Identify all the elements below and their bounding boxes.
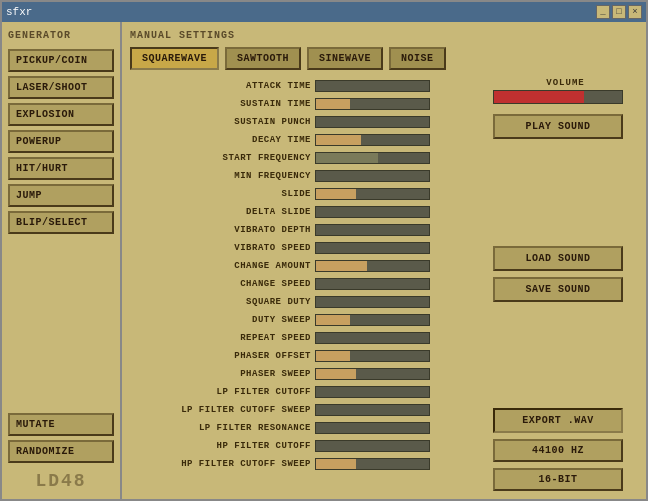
wave-buttons: SQUAREWAVE SAWTOOTH SINEWAVE NOISE	[130, 47, 638, 70]
load-sound-button[interactable]: LOAD SOUND	[493, 246, 623, 271]
explosion-button[interactable]: EXPLOSION	[8, 103, 114, 126]
volume-fill	[494, 91, 584, 103]
slider-fill	[316, 99, 350, 109]
slider-track[interactable]	[315, 458, 430, 470]
slider-row: CHANGE AMOUNT	[130, 258, 485, 274]
slider-label: PHASER SWEEP	[130, 369, 315, 379]
title-bar: sfxr _ □ ×	[2, 2, 646, 22]
play-sound-button[interactable]: PLAY SOUND	[493, 114, 623, 139]
window-title: sfxr	[6, 6, 32, 18]
slider-label: CHANGE SPEED	[130, 279, 315, 289]
slider-label: LP FILTER CUTOFF SWEEP	[130, 405, 315, 415]
slider-row: MIN FREQUENCY	[130, 168, 485, 184]
slider-row: SUSTAIN PUNCH	[130, 114, 485, 130]
volume-bar[interactable]	[493, 90, 623, 104]
slider-label: HP FILTER CUTOFF SWEEP	[130, 459, 315, 469]
slider-track[interactable]	[315, 332, 430, 344]
slider-fill	[316, 153, 378, 163]
slider-label: PHASER OFFSET	[130, 351, 315, 361]
slider-track[interactable]	[315, 242, 430, 254]
jump-button[interactable]: JUMP	[8, 184, 114, 207]
randomize-button[interactable]: RANDOMIZE	[8, 440, 114, 463]
slider-track[interactable]	[315, 350, 430, 362]
powerup-button[interactable]: POWERUP	[8, 130, 114, 153]
slider-track[interactable]	[315, 116, 430, 128]
maximize-button[interactable]: □	[612, 5, 626, 19]
slider-label: VIBRATO SPEED	[130, 243, 315, 253]
slider-row: HP FILTER CUTOFF	[130, 438, 485, 454]
noise-button[interactable]: NOISE	[389, 47, 446, 70]
export-wav-button[interactable]: EXPORT .WAV	[493, 408, 623, 433]
mutate-section: MUTATE RANDOMIZE LD48	[8, 413, 114, 491]
spacer	[493, 145, 638, 240]
slider-row: DECAY TIME	[130, 132, 485, 148]
slider-row: HP FILTER CUTOFF SWEEP	[130, 456, 485, 472]
slider-row: DELTA SLIDE	[130, 204, 485, 220]
slider-label: SLIDE	[130, 189, 315, 199]
slider-row: LP FILTER CUTOFF SWEEP	[130, 402, 485, 418]
save-sound-button[interactable]: SAVE SOUND	[493, 277, 623, 302]
blip-select-button[interactable]: BLIP/SELECT	[8, 211, 114, 234]
slider-track[interactable]	[315, 404, 430, 416]
slider-track[interactable]	[315, 188, 430, 200]
slider-track[interactable]	[315, 440, 430, 452]
generator-label: GENERATOR	[8, 30, 114, 41]
bit-depth-button[interactable]: 16-BIT	[493, 468, 623, 491]
content-area: ATTACK TIMESUSTAIN TIMESUSTAIN PUNCHDECA…	[130, 78, 638, 491]
hit-hurt-button[interactable]: HIT/HURT	[8, 157, 114, 180]
sliders-panel: ATTACK TIMESUSTAIN TIMESUSTAIN PUNCHDECA…	[130, 78, 485, 491]
slider-row: LP FILTER RESONANCE	[130, 420, 485, 436]
close-button[interactable]: ×	[628, 5, 642, 19]
main-window: sfxr _ □ × GENERATOR PICKUP/COIN LASER/S…	[0, 0, 648, 501]
slider-track[interactable]	[315, 98, 430, 110]
slider-row: REPEAT SPEED	[130, 330, 485, 346]
slider-fill	[316, 369, 356, 379]
left-panel: GENERATOR PICKUP/COIN LASER/SHOOT EXPLOS…	[2, 22, 122, 499]
title-bar-controls: _ □ ×	[596, 5, 642, 19]
slider-track[interactable]	[315, 80, 430, 92]
slider-fill	[316, 459, 356, 469]
slider-track[interactable]	[315, 296, 430, 308]
slider-label: LP FILTER RESONANCE	[130, 423, 315, 433]
slider-track[interactable]	[315, 386, 430, 398]
slider-track[interactable]	[315, 368, 430, 380]
slider-row: VIBRATO DEPTH	[130, 222, 485, 238]
slider-track[interactable]	[315, 422, 430, 434]
slider-track[interactable]	[315, 314, 430, 326]
minimize-button[interactable]: _	[596, 5, 610, 19]
slider-label: DUTY SWEEP	[130, 315, 315, 325]
volume-label: VOLUME	[493, 78, 638, 88]
sample-rate-button[interactable]: 44100 HZ	[493, 439, 623, 462]
slider-track[interactable]	[315, 278, 430, 290]
slider-fill	[316, 135, 361, 145]
slider-track[interactable]	[315, 260, 430, 272]
mutate-button[interactable]: MUTATE	[8, 413, 114, 436]
slider-label: CHANGE AMOUNT	[130, 261, 315, 271]
pickup-coin-button[interactable]: PICKUP/COIN	[8, 49, 114, 72]
sawtooth-button[interactable]: SAWTOOTH	[225, 47, 301, 70]
slider-label: ATTACK TIME	[130, 81, 315, 91]
laser-shoot-button[interactable]: LASER/SHOOT	[8, 76, 114, 99]
sinewave-button[interactable]: SINEWAVE	[307, 47, 383, 70]
slider-track[interactable]	[315, 170, 430, 182]
slider-fill	[316, 351, 350, 361]
slider-row: SQUARE DUTY	[130, 294, 485, 310]
manual-settings-label: MANUAL SETTINGS	[130, 30, 638, 41]
slider-fill	[316, 315, 350, 325]
slider-fill	[316, 261, 367, 271]
squarewave-button[interactable]: SQUAREWAVE	[130, 47, 219, 70]
slider-row: CHANGE SPEED	[130, 276, 485, 292]
slider-row: PHASER OFFSET	[130, 348, 485, 364]
slider-label: SQUARE DUTY	[130, 297, 315, 307]
slider-track[interactable]	[315, 224, 430, 236]
slider-label: LP FILTER CUTOFF	[130, 387, 315, 397]
slider-track[interactable]	[315, 206, 430, 218]
slider-row: SLIDE	[130, 186, 485, 202]
volume-section: VOLUME	[493, 78, 638, 104]
slider-track[interactable]	[315, 152, 430, 164]
slider-row: DUTY SWEEP	[130, 312, 485, 328]
ld48-label: LD48	[8, 471, 114, 491]
slider-label: DECAY TIME	[130, 135, 315, 145]
slider-row: PHASER SWEEP	[130, 366, 485, 382]
slider-track[interactable]	[315, 134, 430, 146]
